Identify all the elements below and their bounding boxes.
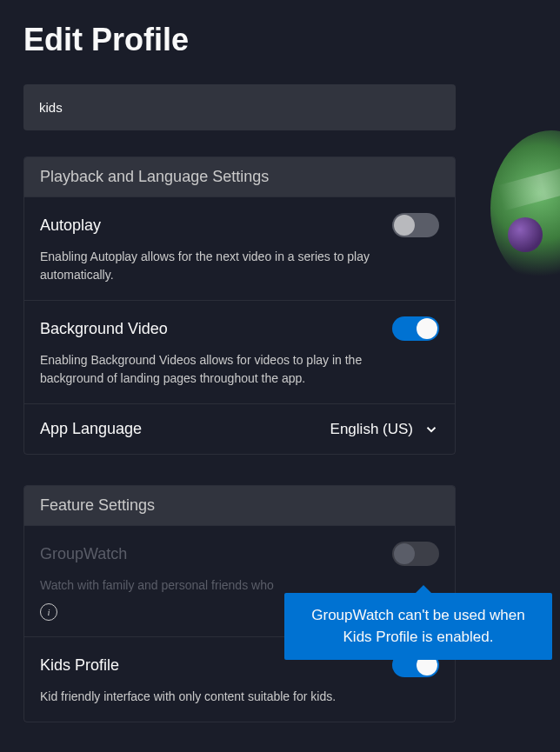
info-icon[interactable]: i (40, 603, 57, 621)
playback-section: Playback and Language Settings Autoplay … (23, 156, 456, 455)
kids-profile-desc: Kid friendly interface with only content… (40, 688, 405, 706)
background-video-toggle[interactable] (392, 316, 439, 341)
autoplay-setting: Autoplay Enabling Autoplay allows for th… (24, 196, 455, 300)
autoplay-label: Autoplay (40, 216, 101, 235)
background-video-desc: Enabling Background Videos allows for vi… (40, 351, 405, 388)
autoplay-toggle[interactable] (392, 213, 439, 237)
groupwatch-toggle (392, 542, 439, 566)
profile-name-input[interactable] (23, 84, 456, 130)
tooltip-text: GroupWatch can't be used when Kids Profi… (311, 607, 524, 645)
features-section-header: Feature Settings (24, 486, 455, 525)
groupwatch-tooltip: GroupWatch can't be used when Kids Profi… (284, 593, 552, 660)
chevron-down-icon (423, 422, 439, 437)
app-language-select[interactable]: English (US) (330, 421, 439, 438)
app-language-value: English (US) (330, 421, 413, 438)
page-title: Edit Profile (23, 22, 537, 58)
app-language-setting: App Language English (US) (24, 403, 455, 454)
background-video-label: Background Video (40, 320, 168, 338)
tooltip-arrow-icon (415, 585, 432, 594)
background-video-setting: Background Video Enabling Background Vid… (24, 300, 455, 403)
playback-section-header: Playback and Language Settings (24, 157, 455, 196)
autoplay-desc: Enabling Autoplay allows for the next vi… (40, 248, 405, 284)
groupwatch-label: GroupWatch (40, 545, 127, 563)
app-language-label: App Language (40, 420, 142, 438)
groupwatch-desc: Watch with family and personal friends w… (40, 576, 405, 595)
kids-profile-label: Kids Profile (40, 656, 119, 675)
